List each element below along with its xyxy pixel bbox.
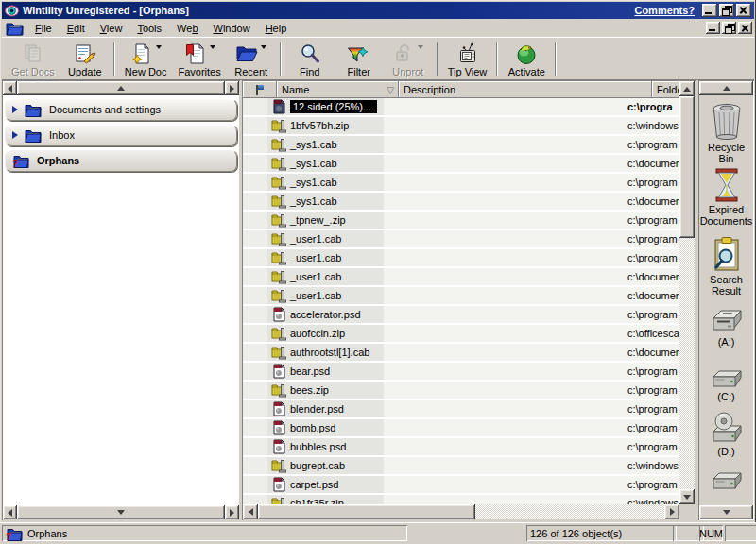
file-row[interactable]: _sys1.cabc:\program — [243, 136, 679, 153]
filter-button[interactable]: Filter — [335, 39, 384, 79]
sidebar-item-orphans[interactable]: ?Orphans — [5, 149, 237, 172]
scroll-up-button[interactable] — [679, 81, 695, 96]
mdi-minimize-button[interactable] — [706, 22, 720, 34]
flag-cell[interactable] — [243, 212, 267, 229]
file-row[interactable]: bubbles.psdc:\program — [243, 438, 679, 455]
horizontal-scroll-thumb[interactable] — [258, 504, 475, 519]
sidebar-scroll-left-button[interactable] — [3, 505, 17, 519]
horizontal-scrollbar[interactable] — [243, 504, 679, 519]
name-cell[interactable]: 1bfv57bh.zip — [267, 117, 384, 134]
sidebar-scroll-up-button[interactable] — [17, 81, 225, 95]
file-row[interactable]: _sys1.cabc:\program — [243, 174, 679, 191]
shortcut-drive[interactable] — [699, 470, 753, 493]
file-row[interactable]: bugrept.cabc:\windows — [243, 457, 679, 474]
file-row[interactable]: ch1fr35r.zipc:\windows — [243, 495, 679, 504]
vertical-scroll-thumb[interactable] — [679, 96, 695, 238]
shortcut-recycle-bin[interactable]: Recycle Bin — [699, 102, 753, 164]
dropdown-arrow-icon[interactable] — [261, 45, 266, 52]
name-cell[interactable]: bomb.psd — [267, 419, 384, 436]
name-cell[interactable]: carpet.psd — [267, 476, 384, 493]
flag-cell[interactable] — [243, 476, 267, 493]
shortcut-scroll-down-button[interactable] — [699, 505, 753, 519]
shortcut-search-result[interactable]: Search Result — [699, 236, 753, 297]
name-cell[interactable]: auofccln.zip — [267, 325, 384, 342]
sidebar-scroll-right-button[interactable] — [225, 81, 239, 95]
name-cell[interactable]: _sys1.cab — [267, 193, 384, 210]
file-row[interactable]: 1bfv57bh.zipc:\windows — [243, 117, 679, 134]
flag-cell[interactable] — [243, 438, 267, 455]
menu-web[interactable]: Web — [169, 21, 205, 37]
folder-column-header[interactable]: Folder — [652, 81, 679, 98]
flag-cell[interactable] — [243, 344, 267, 361]
file-row[interactable]: _user1.cabc:\documen — [243, 287, 679, 304]
name-cell[interactable]: _tpnew_.zip — [267, 212, 384, 229]
name-cell[interactable]: _user1.cab — [267, 230, 384, 247]
find-button[interactable]: Find — [285, 39, 335, 79]
dropdown-arrow-icon[interactable] — [156, 45, 162, 52]
file-row[interactable]: bees.zipc:\program — [243, 382, 679, 399]
tip-view-button[interactable]: Tip View — [442, 39, 493, 79]
description-column-header[interactable]: Description — [399, 81, 652, 98]
name-cell[interactable]: bees.zip — [267, 382, 384, 399]
shortcut-expired-documents[interactable]: Expired Documents — [699, 168, 753, 227]
file-row[interactable]: authrootstl[1].cabc:\documen — [243, 344, 679, 361]
flag-cell[interactable] — [243, 230, 267, 247]
name-cell[interactable]: bugrept.cab — [267, 457, 384, 474]
comments-link[interactable]: Comments? — [634, 5, 695, 16]
name-column-header[interactable]: Name ▽ — [277, 81, 399, 98]
name-cell[interactable]: _sys1.cab — [267, 174, 384, 191]
name-cell[interactable]: authrootstl[1].cab — [267, 344, 384, 361]
name-cell[interactable]: bear.psd — [267, 363, 384, 380]
sidebar-scroll-left-button[interactable] — [3, 81, 17, 95]
vertical-scrollbar[interactable] — [679, 81, 695, 504]
name-cell[interactable]: blender.psd — [267, 400, 384, 417]
update-button[interactable]: Update — [60, 39, 110, 79]
file-row[interactable]: _tpnew_.zipc:\program — [243, 212, 679, 229]
flag-cell[interactable] — [243, 400, 267, 417]
flag-cell[interactable] — [243, 193, 267, 210]
dropdown-arrow-icon[interactable] — [210, 45, 215, 52]
name-cell[interactable]: _sys1.cab — [267, 136, 384, 153]
flag-cell[interactable] — [243, 287, 267, 304]
minimize-button[interactable] — [702, 4, 717, 17]
name-cell[interactable]: _user1.cab — [267, 287, 384, 304]
name-cell[interactable]: _user1.cab — [267, 249, 384, 266]
flag-cell[interactable] — [243, 419, 267, 436]
favorites-button[interactable]: Favorites — [172, 39, 226, 79]
name-cell[interactable]: 12 sided (25%).... — [267, 98, 384, 115]
mdi-restore-button[interactable] — [722, 22, 736, 34]
flag-cell[interactable] — [243, 98, 267, 115]
flag-cell[interactable] — [243, 457, 267, 474]
name-cell[interactable]: bubbles.psd — [267, 438, 384, 455]
file-row[interactable]: _user1.cabc:\program — [243, 249, 679, 266]
file-row[interactable]: _sys1.cabc:\documen — [243, 155, 679, 172]
mdi-close-button[interactable] — [738, 22, 752, 34]
flag-cell[interactable] — [243, 155, 267, 172]
flag-cell[interactable] — [243, 136, 267, 153]
file-row[interactable]: bomb.psdc:\program — [243, 419, 679, 436]
flag-cell[interactable] — [243, 117, 267, 134]
expand-arrow-icon[interactable] — [12, 106, 18, 113]
file-row[interactable]: carpet.psdc:\program — [243, 476, 679, 493]
shortcut-scroll-up-button[interactable] — [699, 81, 753, 95]
flag-cell[interactable] — [243, 306, 267, 323]
menu-window[interactable]: Window — [206, 21, 258, 37]
flag-cell[interactable] — [243, 268, 267, 285]
file-row[interactable]: 12 sided (25%)....c:\progra — [243, 98, 679, 115]
flag-column-header[interactable] — [243, 81, 277, 98]
name-cell[interactable]: _user1.cab — [267, 268, 384, 285]
expand-arrow-icon[interactable] — [12, 131, 18, 139]
menu-view[interactable]: View — [93, 21, 130, 37]
flag-cell[interactable] — [243, 325, 267, 342]
file-row[interactable]: _user1.cabc:\program — [243, 230, 679, 247]
file-row[interactable]: accelerator.psdc:\program — [243, 306, 679, 323]
flag-cell[interactable] — [243, 363, 267, 380]
scroll-right-button[interactable] — [664, 504, 679, 519]
file-row[interactable]: auofccln.zipc:\officesca — [243, 325, 679, 342]
file-row[interactable]: blender.psdc:\program — [243, 400, 679, 417]
flag-cell[interactable] — [243, 174, 267, 191]
sidebar-item-inbox[interactable]: Inbox — [5, 124, 237, 146]
scroll-down-button[interactable] — [679, 489, 695, 504]
sidebar-scroll-down-button[interactable] — [17, 505, 225, 519]
menu-file[interactable]: File — [27, 21, 60, 37]
